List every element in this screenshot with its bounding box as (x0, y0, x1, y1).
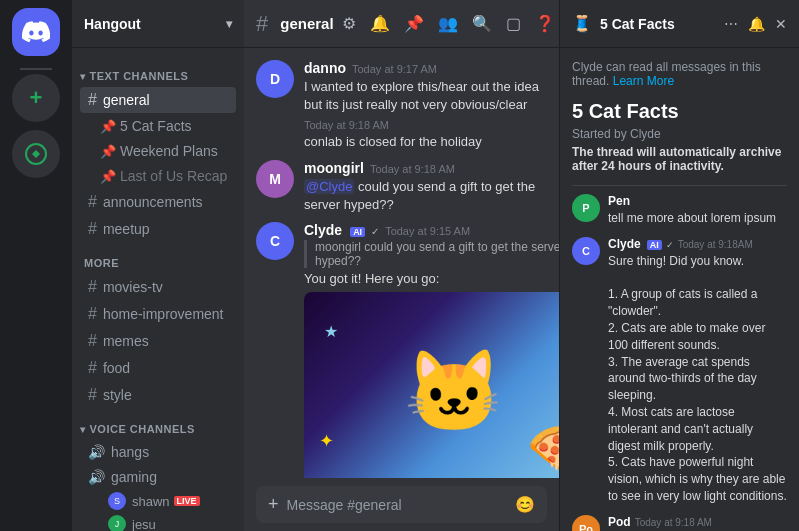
avatar: M (256, 160, 294, 198)
channel-item-food[interactable]: # food (80, 355, 236, 381)
channel-item-memes[interactable]: # memes (80, 328, 236, 354)
timestamp: Today at 9:17 AM (352, 63, 437, 75)
thread-more-icon[interactable]: ⋯ (724, 16, 738, 32)
voice-channel-gaming[interactable]: 🔊 gaming (80, 465, 236, 489)
emoji-icon[interactable]: 😊 (515, 495, 535, 514)
message-text: You got it! Here you go: (304, 270, 559, 288)
message-group: Today at 9:18 AM conlab is closed for th… (244, 118, 559, 155)
notification-icon[interactable]: 🔔 (370, 14, 390, 33)
username: Clyde (304, 222, 342, 238)
channels-list: ▾ TEXT CHANNELS # general 📌 5 Cat Facts … (72, 48, 244, 531)
channel-item-meetup[interactable]: # meetup (80, 216, 236, 242)
thread-avatar: C (572, 237, 600, 265)
thread-started-by: Started by Clyde (572, 127, 787, 141)
thread-close-icon[interactable]: ✕ (775, 16, 787, 32)
username: moongirl (304, 160, 364, 176)
members-icon[interactable]: 👥 (438, 14, 458, 33)
thread-username: Clyde (608, 237, 641, 251)
server-icon-discord[interactable] (12, 8, 60, 56)
thread-message: P Pen tell me more about lorem ipsum (572, 194, 787, 227)
channel-item-general[interactable]: # general (80, 87, 236, 113)
username: danno (304, 60, 346, 76)
channel-item-style[interactable]: # style (80, 382, 236, 408)
message-text: conlab is closed for the holiday (304, 133, 547, 151)
timestamp: Today at 9:18 AM (304, 119, 389, 131)
message-group: D danno Today at 9:17 AM I wanted to exp… (244, 56, 559, 118)
thread-info-bar: Clyde can read all messages in this thre… (572, 60, 787, 88)
channel-header: # general ⚙ 🔔 📌 👥 🔍 ▢ ❓ (244, 0, 559, 48)
thread-avatar: Po (572, 515, 600, 531)
thread-timestamp: Today at 9:18 AM (635, 517, 712, 528)
thread-avatar: P (572, 194, 600, 222)
thread-text: Sure thing! Did you know. 1. A group of … (608, 253, 787, 505)
channel-hash-icon: # (256, 11, 268, 37)
text-channels-arrow: ▾ (80, 71, 86, 82)
server-icon-add[interactable]: + (12, 74, 60, 122)
channel-sidebar: Hangout ▾ ▾ TEXT CHANNELS # general 📌 5 … (72, 0, 244, 531)
server-name: Hangout (84, 16, 141, 32)
text-channels-header[interactable]: ▾ TEXT CHANNELS (72, 56, 244, 86)
thread-message: C Clyde AI ✓ Today at 9:18AM Sure thing!… (572, 237, 787, 505)
thread-text: tell me more about lorem ipsum (608, 210, 787, 227)
voice-channels-header[interactable]: ▾ VOICE CHANNELS (72, 409, 244, 439)
timestamp: Today at 9:18 AM (370, 163, 455, 175)
thread-username: Pen (608, 194, 630, 208)
input-area: + Message #general 😊 (244, 478, 559, 531)
thread-message: Po Pod Today at 9:18 AM what are the bes… (572, 515, 787, 531)
server-chevron: ▾ (226, 17, 232, 31)
message-text: @Clyde could you send a gift to get the … (304, 178, 547, 214)
thread-bell-icon[interactable]: 🔔 (748, 16, 765, 32)
main-area: # general ⚙ 🔔 📌 👥 🔍 ▢ ❓ D danno Today at… (244, 0, 559, 531)
channel-item-home-improvement[interactable]: # home-improvement (80, 301, 236, 327)
messages-area[interactable]: D danno Today at 9:17 AM I wanted to exp… (244, 48, 559, 478)
timestamp: Today at 9:15 AM (385, 225, 470, 237)
threads-icon[interactable]: ⚙ (342, 14, 356, 33)
thread-header: 🧵 5 Cat Facts ⋯ 🔔 ✕ (560, 0, 799, 48)
avatar: C (256, 222, 294, 260)
ai-badge: AI (647, 240, 662, 250)
thread-panel: 🧵 5 Cat Facts ⋯ 🔔 ✕ Clyde can read all m… (559, 0, 799, 531)
help-icon[interactable]: ❓ (535, 14, 555, 33)
server-sidebar: + (0, 0, 72, 531)
attach-icon[interactable]: + (268, 494, 279, 515)
thread-panel-title: 5 Cat Facts (600, 16, 675, 32)
channel-item-announcements[interactable]: # announcements (80, 189, 236, 215)
inbox-icon[interactable]: ▢ (506, 14, 521, 33)
thread-content: Clyde can read all messages in this thre… (560, 48, 799, 531)
search-icon[interactable]: 🔍 (472, 14, 492, 33)
server-icon-explore[interactable] (12, 130, 60, 178)
thread-icon: 🧵 (572, 14, 592, 33)
thread-actions: ⋯ 🔔 ✕ (724, 16, 787, 32)
cat-image: 🐱 🍕 ✦ ★ ✦ (304, 292, 559, 478)
quote-block: moongirl could you send a gift to get th… (304, 240, 559, 268)
message-group: M moongirl Today at 9:18 AM @Clyde could… (244, 156, 559, 218)
channel-name: general (280, 15, 333, 32)
voice-member-jesu[interactable]: J jesu (80, 513, 236, 531)
channel-item-last-recap[interactable]: 📌 Last of Us Recap (80, 164, 236, 188)
thread-divider (572, 185, 787, 186)
more-label: MORE (72, 243, 244, 273)
voice-member-shawn[interactable]: S shawn LIVE (80, 490, 236, 512)
thread-username: Pod (608, 515, 631, 529)
channel-item-5catfacts[interactable]: 📌 5 Cat Facts (80, 114, 236, 138)
message-input-box: + Message #general 😊 (256, 486, 547, 523)
thread-timestamp: Today at 9:18AM (678, 239, 753, 250)
learn-more-link[interactable]: Learn More (613, 74, 674, 88)
message-group: C Clyde AI ✓ Today at 9:15 AM moongirl c… (244, 218, 559, 478)
thread-archive-note: The thread will automatically archive af… (572, 145, 787, 173)
message-input[interactable]: Message #general (287, 497, 507, 513)
pin-icon[interactable]: 📌 (404, 14, 424, 33)
thread-big-title: 5 Cat Facts (572, 100, 787, 123)
server-divider (20, 68, 52, 70)
ai-badge: AI (350, 227, 365, 237)
message-text: I wanted to explore this/hear out the id… (304, 78, 547, 114)
channel-item-weekend-plans[interactable]: 📌 Weekend Plans (80, 139, 236, 163)
avatar: D (256, 60, 294, 98)
channel-item-movies-tv[interactable]: # movies-tv (80, 274, 236, 300)
channel-toolbar: ⚙ 🔔 📌 👥 🔍 ▢ ❓ (342, 14, 555, 33)
server-name-bar[interactable]: Hangout ▾ (72, 0, 244, 48)
voice-channel-hangs[interactable]: 🔊 hangs (80, 440, 236, 464)
